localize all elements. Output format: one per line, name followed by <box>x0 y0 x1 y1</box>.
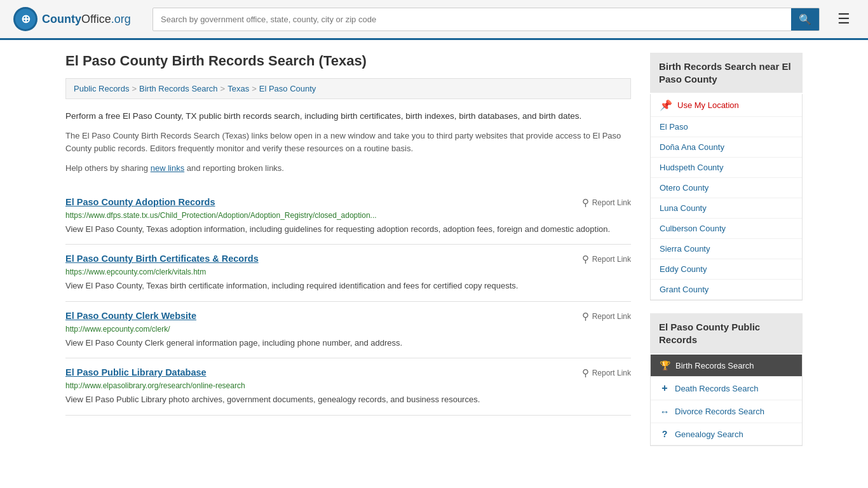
nearby-item-0[interactable]: 📌Use My Location <box>651 94 802 117</box>
report-icon-0: ⚲ <box>582 197 589 208</box>
nearby-label-6: Culberson County <box>660 224 726 233</box>
logo-icon: ⊕ <box>13 6 38 32</box>
record-label-1: Death Records Search <box>675 384 759 393</box>
result-desc-2: View El Paso County Clerk general inform… <box>65 337 631 349</box>
hamburger-icon: ☰ <box>837 11 850 27</box>
report-link-1[interactable]: ⚲ Report Link <box>582 254 631 265</box>
record-item-2[interactable]: ↔ Divorce Records Search <box>651 400 802 423</box>
report-link-2[interactable]: ⚲ Report Link <box>582 311 631 322</box>
nearby-label-2: Doña Ana County <box>660 142 724 152</box>
report-icon-2: ⚲ <box>582 311 589 322</box>
records-list: 🏆 Birth Records Search + Death Records S… <box>650 355 803 446</box>
nearby-label-0: Use My Location <box>677 100 739 110</box>
nearby-item-9[interactable]: Grant County <box>651 280 802 300</box>
nearby-item-7[interactable]: Sierra County <box>651 239 802 259</box>
new-links-link[interactable]: new links <box>151 163 184 173</box>
nearby-item-3[interactable]: Hudspeth County <box>651 158 802 178</box>
breadcrumb: Public Records > Birth Records Search > … <box>65 78 631 99</box>
result-desc-0: View El Paso County, Texas adoption info… <box>65 223 631 236</box>
breadcrumb-sep-2: > <box>220 84 226 93</box>
result-item: El Paso County Clerk Website ⚲ Report Li… <box>65 302 631 359</box>
result-url-0[interactable]: https://www.dfps.state.tx.us/Child_Prote… <box>65 211 631 220</box>
nearby-label-7: Sierra County <box>660 244 710 254</box>
nearby-item-2[interactable]: Doña Ana County <box>651 137 802 158</box>
breadcrumb-el-paso-county[interactable]: El Paso County <box>259 84 316 93</box>
search-icon: 🔍 <box>799 14 811 25</box>
result-item: El Paso County Birth Certificates & Reco… <box>65 245 631 302</box>
nearby-label-8: Eddy County <box>660 264 707 274</box>
record-label-0: Birth Records Search <box>675 361 754 370</box>
description-3: Help others by sharing new links and rep… <box>65 162 631 175</box>
results-list: El Paso County Adoption Records ⚲ Report… <box>65 188 631 416</box>
report-link-3[interactable]: ⚲ Report Link <box>582 367 631 379</box>
result-title-3[interactable]: El Paso Public Library Database <box>65 367 207 377</box>
result-item: El Paso County Adoption Records ⚲ Report… <box>65 188 631 245</box>
record-label-2: Divorce Records Search <box>675 407 764 416</box>
location-dot-icon: 📌 <box>660 99 672 111</box>
nearby-label-3: Hudspeth County <box>660 163 723 172</box>
result-title-2[interactable]: El Paso County Clerk Website <box>65 311 196 321</box>
record-item-1[interactable]: + Death Records Search <box>651 377 802 400</box>
nearby-label-5: Luna County <box>660 203 707 213</box>
report-link-0[interactable]: ⚲ Report Link <box>582 197 631 208</box>
result-item: El Paso Public Library Database ⚲ Report… <box>65 358 631 416</box>
breadcrumb-public-records[interactable]: Public Records <box>74 84 129 93</box>
nearby-item-5[interactable]: Luna County <box>651 198 802 219</box>
result-url-1[interactable]: https://www.epcounty.com/clerk/vitals.ht… <box>65 268 631 276</box>
description-2: The El Paso County Birth Records Search … <box>65 130 631 156</box>
svg-text:⊕: ⊕ <box>21 13 31 25</box>
search-button[interactable]: 🔍 <box>791 8 819 30</box>
record-icon-0: 🏆 <box>660 360 670 370</box>
search-bar: 🔍 <box>153 8 820 31</box>
result-url-2[interactable]: http://www.epcounty.com/clerk/ <box>65 325 631 334</box>
nearby-item-4[interactable]: Otero County <box>651 178 802 198</box>
sidebar: Birth Records Search near El Paso County… <box>650 53 803 452</box>
record-icon-1: + <box>660 383 670 394</box>
nearby-item-6[interactable]: Culberson County <box>651 219 802 239</box>
sidebar-nearby: Birth Records Search near El Paso County… <box>650 53 803 301</box>
records-header: El Paso County Public Records <box>650 313 803 353</box>
page-title: El Paso County Birth Records Search (Tex… <box>65 53 631 69</box>
record-item-3[interactable]: ? Genealogy Search <box>651 423 802 445</box>
result-url-3[interactable]: http://www.elpasolibrary.org/research/on… <box>65 381 631 390</box>
nearby-label-4: Otero County <box>660 183 709 193</box>
nearby-label-9: Grant County <box>660 285 709 294</box>
result-title-0[interactable]: El Paso County Adoption Records <box>65 197 215 207</box>
nearby-label-1: El Paso <box>660 122 688 132</box>
result-desc-3: View El Paso Public Library photo archiv… <box>65 393 631 406</box>
sidebar-records: El Paso County Public Records 🏆 Birth Re… <box>650 313 803 446</box>
menu-button[interactable]: ☰ <box>832 8 855 30</box>
nearby-header: Birth Records Search near El Paso County <box>650 53 803 93</box>
search-input[interactable] <box>153 10 791 29</box>
report-icon-3: ⚲ <box>582 367 589 379</box>
breadcrumb-texas[interactable]: Texas <box>227 84 249 93</box>
report-icon-1: ⚲ <box>582 254 589 265</box>
nearby-list: 📌Use My LocationEl PasoDoña Ana CountyHu… <box>650 94 803 301</box>
record-label-3: Genealogy Search <box>675 430 743 439</box>
description-1: Perform a free El Paso County, TX public… <box>65 109 631 123</box>
logo-text: CountyOffice.org <box>42 13 131 26</box>
nearby-item-8[interactable]: Eddy County <box>651 259 802 280</box>
logo[interactable]: ⊕ CountyOffice.org <box>13 6 140 32</box>
record-icon-3: ? <box>660 429 670 439</box>
breadcrumb-sep-1: > <box>132 84 137 93</box>
record-icon-2: ↔ <box>660 406 670 417</box>
breadcrumb-birth-records[interactable]: Birth Records Search <box>139 84 218 93</box>
result-title-1[interactable]: El Paso County Birth Certificates & Reco… <box>65 254 259 264</box>
nearby-item-1[interactable]: El Paso <box>651 117 802 137</box>
breadcrumb-sep-3: > <box>252 84 257 93</box>
result-desc-1: View El Paso County, Texas birth certifi… <box>65 280 631 292</box>
record-item-0[interactable]: 🏆 Birth Records Search <box>651 355 802 377</box>
